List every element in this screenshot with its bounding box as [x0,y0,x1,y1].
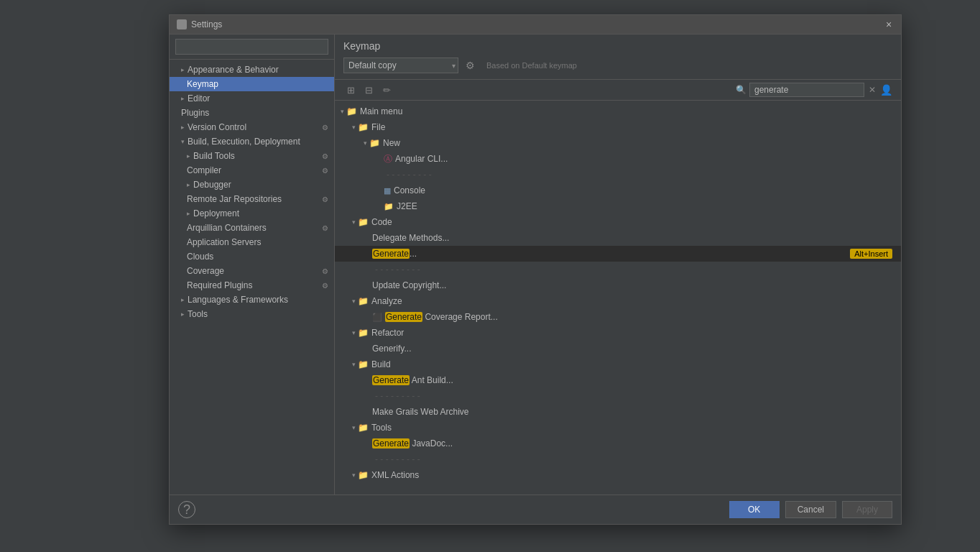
km-arrow-expanded[interactable]: ▾ [352,329,356,336]
km-arrow-expanded[interactable]: ▾ [364,139,367,147]
km-item-label: Delegate Methods... [372,233,895,243]
user-icon[interactable]: 👤 [880,84,892,96]
keymap-select-wrapper[interactable]: Default copy Default ▾ [343,58,458,73]
keymap-select[interactable]: Default copy Default [343,58,458,73]
km-item-delegate-methods[interactable]: Delegate Methods... [335,230,901,246]
sidebar-item-build-execution-deployment[interactable]: Build, Execution, Deployment [170,134,334,149]
based-on-label: Based on Default keymap [486,61,577,70]
settings-search-input[interactable] [175,39,328,55]
clear-search-button[interactable]: ✕ [867,85,877,95]
sidebar-item-label: Coverage [187,266,224,276]
help-button[interactable]: ? [178,501,195,518]
km-item-generate[interactable]: Generate... Alt+Insert [335,246,901,262]
apply-button[interactable]: Apply [842,501,892,518]
sidebar-item-coverage[interactable]: Coverage ⚙ [170,264,334,278]
sidebar-item-deployment[interactable]: Deployment [170,206,334,221]
settings-tree[interactable]: Appearance & Behavior Keymap Editor Plug… [170,60,334,494]
sidebar-item-label: Version Control [188,122,246,132]
sidebar-item-appearance-behavior[interactable]: Appearance & Behavior [170,63,334,77]
km-item-main-menu[interactable]: ▾ 📁 Main menu [335,104,901,119]
highlight-generate: Generate [372,438,410,448]
km-item-tools[interactable]: ▾ 📁 Tools [335,420,901,436]
dialog-close-button[interactable]: × [884,19,894,29]
km-item-code[interactable]: ▾ 📁 Code [335,214,901,230]
km-item-analyze[interactable]: ▾ 📁 Analyze [335,293,901,309]
collapse-all-button[interactable]: ⊟ [361,83,376,97]
settings-left-panel: Appearance & Behavior Keymap Editor Plug… [170,34,335,494]
sidebar-item-keymap[interactable]: Keymap [170,77,334,91]
km-item-generate-ant[interactable]: Generate Ant Build... [335,372,901,388]
km-item-new[interactable]: ▾ 📁 New [335,135,901,151]
dialog-title-text: Settings [191,19,222,29]
folder-icon: 📁 [346,106,357,116]
folder-icon: 📁 [384,202,394,211]
km-item-refactor[interactable]: ▾ 📁 Refactor [335,325,901,341]
expand-all-button[interactable]: ⊞ [343,83,359,97]
km-item-generate-coverage[interactable]: ⬛ Generate Coverage Report... [335,309,901,325]
arrow-icon [181,296,185,303]
km-item-build[interactable]: ▾ 📁 Build [335,356,901,372]
km-item-console[interactable]: ▦ Console [335,183,901,198]
folder-icon: 📁 [358,328,369,338]
km-item-sep1: - - - - - - - - - [335,167,901,183]
sidebar-item-editor[interactable]: Editor [170,91,334,106]
arrow-icon [181,95,185,102]
keymap-search-input[interactable] [749,83,864,97]
sidebar-item-label: Required Plugins [187,280,252,290]
km-item-xml-actions[interactable]: ▾ 📁 XML Actions [335,467,901,483]
settings-gear-icon: ⚙ [322,267,328,275]
sidebar-item-clouds[interactable]: Clouds [170,249,334,264]
arrow-icon [187,152,190,160]
sidebar-item-arquillian[interactable]: Arquillian Containers ⚙ [170,221,334,235]
km-arrow-expanded[interactable]: ▾ [352,298,356,305]
settings-gear-icon: ⚙ [322,196,328,203]
keymap-gear-button[interactable]: ⚙ [463,58,478,73]
km-item-label: Angular CLI... [395,154,895,164]
sidebar-item-label: Languages & Frameworks [188,295,288,305]
cancel-button[interactable]: Cancel [785,501,836,518]
km-item-update-copyright[interactable]: Update Copyright... [335,277,901,293]
km-arrow-expanded[interactable]: ▾ [341,108,344,115]
sidebar-item-debugger[interactable]: Debugger [170,178,334,192]
km-arrow-expanded[interactable]: ▾ [352,424,356,431]
folder-icon: 📁 [358,296,369,306]
km-item-label: Generate... [372,249,850,259]
sidebar-item-plugins[interactable]: Plugins [170,106,334,120]
km-item-j2ee[interactable]: 📁 J2EE [335,198,901,214]
arrow-icon [187,210,190,217]
sidebar-item-version-control[interactable]: Version Control ⚙ [170,120,334,134]
km-item-file[interactable]: ▾ 📁 File [335,119,901,135]
sidebar-item-label: Compiler [187,165,221,175]
sidebar-item-required-plugins[interactable]: Required Plugins ⚙ [170,278,334,293]
km-arrow-expanded[interactable]: ▾ [352,124,356,131]
km-item-label: New [383,138,895,148]
settings-dialog: Settings × Appearance & Behavior Keymap [169,14,902,525]
edit-button[interactable]: ✏ [379,83,394,97]
km-arrow-expanded[interactable]: ▾ [352,361,356,368]
km-arrow-expanded[interactable]: ▾ [352,218,356,226]
km-item-generify[interactable]: Generify... [335,341,901,356]
sidebar-item-tools[interactable]: Tools [170,307,334,321]
separator-label: - - - - - - - - - [372,454,420,464]
sidebar-item-application-servers[interactable]: Application Servers [170,235,334,249]
km-item-label: Tools [371,423,895,433]
sidebar-item-languages-frameworks[interactable]: Languages & Frameworks [170,293,334,307]
ok-button[interactable]: OK [729,501,780,518]
km-item-make-grails[interactable]: Make Grails Web Archive [335,404,901,420]
search-icon: 🔍 [736,85,746,95]
shortcut-badge: Alt+Insert [850,249,892,259]
sidebar-item-compiler[interactable]: Compiler ⚙ [170,163,334,178]
km-item-label: Update Copyright... [372,280,895,290]
dialog-footer: ? OK Cancel Apply [170,494,901,524]
km-item-angular-cli[interactable]: Ⓐ Angular CLI... [335,151,901,167]
sidebar-item-remote-jar[interactable]: Remote Jar Repositories ⚙ [170,192,334,206]
km-item-label: Generate Coverage Report... [385,312,895,322]
folder-icon: 📁 [358,359,369,369]
km-item-generate-javadoc[interactable]: Generate JavaDoc... [335,436,901,451]
separator-label: - - - - - - - - - [372,391,420,401]
keymap-tree[interactable]: ▾ 📁 Main menu ▾ 📁 File ▾ [335,101,901,494]
settings-icon [177,19,187,29]
sidebar-item-label: Debugger [193,180,231,190]
sidebar-item-build-tools[interactable]: Build Tools ⚙ [170,149,334,163]
km-arrow-expanded[interactable]: ▾ [352,472,356,479]
